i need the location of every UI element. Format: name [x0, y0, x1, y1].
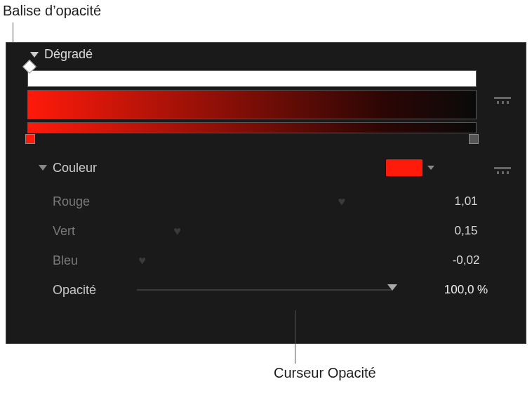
distribute-tags-icon[interactable] — [492, 92, 513, 109]
opacity-slider[interactable] — [137, 283, 406, 297]
slider-track — [137, 289, 392, 291]
keyframe-icon[interactable]: ♥ — [173, 224, 181, 239]
chevron-down-icon[interactable] — [427, 166, 434, 170]
color-label: Couleur — [53, 161, 97, 175]
blue-slider[interactable]: ♥ — [137, 253, 406, 267]
distribute-color-tags-icon[interactable] — [492, 162, 513, 179]
opacity-label: Opacité — [39, 283, 137, 298]
gradient-panel: Dégradé Couleur Rouge ♥ 1,01 — [6, 42, 526, 344]
color-params: Couleur Rouge ♥ 1,01 Vert ♥ 0,15 Bleu ♥ … — [39, 159, 519, 305]
opacity-bar[interactable] — [27, 70, 477, 87]
color-swatch[interactable] — [385, 159, 423, 177]
slider-thumb[interactable] — [387, 284, 397, 291]
green-row: Vert ♥ 0,15 — [39, 216, 519, 246]
callout-line — [295, 310, 295, 364]
blue-label: Bleu — [39, 253, 137, 268]
keyframe-icon[interactable]: ♥ — [138, 253, 146, 268]
opacity-fill — [28, 71, 476, 86]
chevron-down-icon — [30, 52, 39, 58]
callout-opacity-tag: Balise d’opacité — [3, 3, 101, 19]
red-slider[interactable]: ♥ — [137, 194, 406, 208]
opacity-row: Opacité 100,0 % — [39, 275, 519, 305]
callout-opacity-slider: Curseur Opacité — [274, 365, 376, 381]
gradient-editor — [27, 70, 477, 133]
red-row: Rouge ♥ 1,01 — [39, 187, 519, 216]
opacity-value[interactable]: 100,0 % — [413, 283, 519, 297]
chevron-down-icon — [39, 165, 47, 171]
blue-row: Bleu ♥ -0,02 — [39, 246, 519, 275]
red-value[interactable]: 1,01 — [413, 194, 519, 208]
green-slider[interactable]: ♥ — [137, 224, 406, 238]
color-bar[interactable] — [27, 122, 477, 133]
keyframe-icon[interactable]: ♥ — [338, 194, 345, 209]
section-title: Dégradé — [44, 47, 93, 62]
green-value[interactable]: 0,15 — [413, 224, 519, 238]
red-label: Rouge — [39, 194, 137, 209]
color-tag-end[interactable] — [469, 134, 479, 144]
green-label: Vert — [39, 224, 137, 239]
section-header[interactable]: Dégradé — [30, 47, 519, 62]
blue-value[interactable]: -0,02 — [413, 253, 519, 267]
gradient-preview — [27, 90, 477, 119]
color-header[interactable]: Couleur — [39, 159, 519, 177]
color-tag-start[interactable] — [25, 134, 35, 144]
